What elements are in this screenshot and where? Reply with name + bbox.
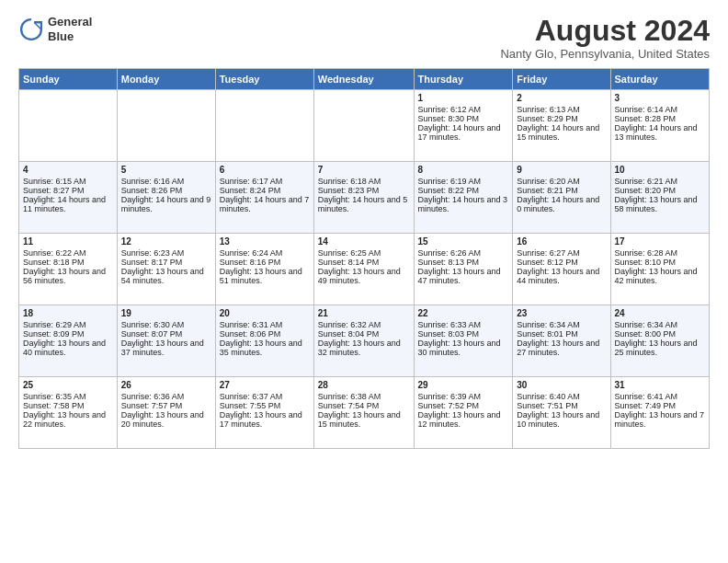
calendar-cell: 25Sunrise: 6:35 AMSunset: 7:58 PMDayligh…	[19, 377, 118, 449]
cell-text: Sunrise: 6:17 AM	[220, 177, 310, 186]
cell-text: Sunset: 8:30 PM	[418, 114, 509, 123]
calendar-cell: 13Sunrise: 6:24 AMSunset: 8:16 PMDayligh…	[215, 234, 313, 305]
cell-text: Sunset: 8:23 PM	[318, 186, 410, 195]
day-number: 5	[121, 165, 211, 175]
calendar-week-row: 1Sunrise: 6:12 AMSunset: 8:30 PMDaylight…	[19, 90, 710, 162]
cell-text: Daylight: 13 hours and 30 minutes.	[418, 339, 509, 357]
cell-text: Daylight: 13 hours and 58 minutes.	[615, 195, 705, 213]
day-number: 24	[615, 308, 705, 318]
calendar-week-row: 25Sunrise: 6:35 AMSunset: 7:58 PMDayligh…	[19, 377, 710, 449]
calendar-header-cell: Friday	[513, 69, 610, 90]
calendar-cell: 19Sunrise: 6:30 AMSunset: 8:07 PMDayligh…	[117, 305, 215, 377]
cell-text: Sunset: 8:07 PM	[121, 329, 211, 339]
cell-text: Sunrise: 6:16 AM	[121, 177, 211, 186]
calendar-header-cell: Sunday	[19, 69, 118, 90]
cell-text: Daylight: 14 hours and 13 minutes.	[615, 123, 705, 142]
cell-text: Daylight: 13 hours and 12 minutes.	[418, 410, 509, 429]
cell-text: Sunrise: 6:30 AM	[121, 320, 211, 329]
calendar-cell: 22Sunrise: 6:33 AMSunset: 8:03 PMDayligh…	[414, 305, 513, 377]
day-number: 31	[615, 380, 705, 390]
day-number: 3	[615, 93, 705, 103]
cell-text: Sunset: 8:16 PM	[220, 258, 310, 267]
cell-text: Sunset: 7:58 PM	[23, 401, 113, 410]
cell-text: Sunset: 8:14 PM	[318, 258, 410, 267]
cell-text: Daylight: 13 hours and 17 minutes.	[220, 410, 310, 429]
cell-text: Daylight: 13 hours and 51 minutes.	[220, 267, 310, 285]
calendar-cell: 11Sunrise: 6:22 AMSunset: 8:18 PMDayligh…	[19, 234, 118, 305]
cell-text: Daylight: 14 hours and 9 minutes.	[121, 195, 211, 213]
calendar-header-cell: Saturday	[610, 69, 709, 90]
cell-text: Sunrise: 6:19 AM	[418, 177, 509, 186]
calendar-cell: 20Sunrise: 6:31 AMSunset: 8:06 PMDayligh…	[215, 305, 313, 377]
day-number: 16	[517, 236, 606, 247]
calendar-cell: 12Sunrise: 6:23 AMSunset: 8:17 PMDayligh…	[117, 234, 215, 305]
day-number: 7	[318, 165, 410, 175]
calendar-cell	[313, 90, 414, 162]
cell-text: Sunrise: 6:24 AM	[220, 248, 310, 258]
cell-text: Sunrise: 6:35 AM	[23, 392, 113, 401]
calendar-cell: 30Sunrise: 6:40 AMSunset: 7:51 PMDayligh…	[513, 377, 610, 449]
day-number: 14	[318, 236, 410, 247]
cell-text: Sunrise: 6:40 AM	[517, 392, 606, 401]
calendar-cell	[117, 90, 215, 162]
month-title: August 2024	[500, 15, 710, 47]
calendar-cell: 4Sunrise: 6:15 AMSunset: 8:27 PMDaylight…	[19, 162, 118, 234]
cell-text: Daylight: 13 hours and 44 minutes.	[517, 267, 606, 285]
cell-text: Daylight: 13 hours and 32 minutes.	[318, 339, 410, 357]
calendar-cell: 26Sunrise: 6:36 AMSunset: 7:57 PMDayligh…	[117, 377, 215, 449]
day-number: 29	[418, 380, 509, 390]
cell-text: Sunset: 8:06 PM	[220, 329, 310, 339]
page: General Blue August 2024 Nanty Glo, Penn…	[0, 0, 728, 563]
cell-text: Sunset: 8:27 PM	[23, 186, 113, 195]
calendar-header-cell: Wednesday	[313, 69, 414, 90]
cell-text: Daylight: 13 hours and 54 minutes.	[121, 267, 211, 285]
day-number: 27	[220, 380, 310, 390]
cell-text: Daylight: 13 hours and 7 minutes.	[615, 410, 705, 429]
calendar-cell: 24Sunrise: 6:34 AMSunset: 8:00 PMDayligh…	[610, 305, 709, 377]
calendar-cell: 23Sunrise: 6:34 AMSunset: 8:01 PMDayligh…	[513, 305, 610, 377]
calendar-cell: 29Sunrise: 6:39 AMSunset: 7:52 PMDayligh…	[414, 377, 513, 449]
cell-text: Daylight: 13 hours and 56 minutes.	[23, 267, 113, 285]
cell-text: Daylight: 13 hours and 40 minutes.	[23, 339, 113, 357]
day-number: 17	[615, 236, 705, 247]
day-number: 28	[318, 380, 410, 390]
cell-text: Daylight: 14 hours and 15 minutes.	[517, 123, 606, 142]
cell-text: Sunrise: 6:27 AM	[517, 248, 606, 258]
cell-text: Sunset: 8:10 PM	[615, 258, 705, 267]
cell-text: Sunrise: 6:13 AM	[517, 105, 606, 114]
cell-text: Sunrise: 6:21 AM	[615, 177, 705, 186]
logo: General Blue	[18, 15, 92, 43]
calendar-cell: 18Sunrise: 6:29 AMSunset: 8:09 PMDayligh…	[19, 305, 118, 377]
cell-text: Sunset: 8:00 PM	[615, 329, 705, 339]
day-number: 30	[517, 380, 606, 390]
cell-text: Daylight: 14 hours and 17 minutes.	[418, 123, 509, 142]
cell-text: Sunrise: 6:32 AM	[318, 320, 410, 329]
cell-text: Sunset: 8:26 PM	[121, 186, 211, 195]
calendar-cell: 17Sunrise: 6:28 AMSunset: 8:10 PMDayligh…	[610, 234, 709, 305]
cell-text: Daylight: 13 hours and 49 minutes.	[318, 267, 410, 285]
cell-text: Daylight: 13 hours and 47 minutes.	[418, 267, 509, 285]
cell-text: Daylight: 13 hours and 35 minutes.	[220, 339, 310, 357]
cell-text: Sunrise: 6:38 AM	[318, 392, 410, 401]
day-number: 11	[23, 236, 113, 247]
day-number: 13	[220, 236, 310, 247]
calendar-cell: 1Sunrise: 6:12 AMSunset: 8:30 PMDaylight…	[414, 90, 513, 162]
cell-text: Sunset: 8:18 PM	[23, 258, 113, 267]
calendar-cell: 15Sunrise: 6:26 AMSunset: 8:13 PMDayligh…	[414, 234, 513, 305]
calendar-week-row: 18Sunrise: 6:29 AMSunset: 8:09 PMDayligh…	[19, 305, 710, 377]
cell-text: Sunset: 7:49 PM	[615, 401, 705, 410]
cell-text: Daylight: 14 hours and 3 minutes.	[418, 195, 509, 213]
calendar-header-cell: Monday	[117, 69, 215, 90]
day-number: 8	[418, 165, 509, 175]
day-number: 25	[23, 380, 113, 390]
cell-text: Sunrise: 6:26 AM	[418, 248, 509, 258]
cell-text: Sunset: 8:17 PM	[121, 258, 211, 267]
calendar-week-row: 4Sunrise: 6:15 AMSunset: 8:27 PMDaylight…	[19, 162, 710, 234]
calendar-header-row: SundayMondayTuesdayWednesdayThursdayFrid…	[19, 69, 710, 90]
cell-text: Sunset: 8:29 PM	[517, 114, 606, 123]
cell-text: Sunset: 7:57 PM	[121, 401, 211, 410]
calendar-header-cell: Tuesday	[215, 69, 313, 90]
cell-text: Sunrise: 6:28 AM	[615, 248, 705, 258]
cell-text: Sunrise: 6:23 AM	[121, 248, 211, 258]
calendar-cell: 21Sunrise: 6:32 AMSunset: 8:04 PMDayligh…	[313, 305, 414, 377]
